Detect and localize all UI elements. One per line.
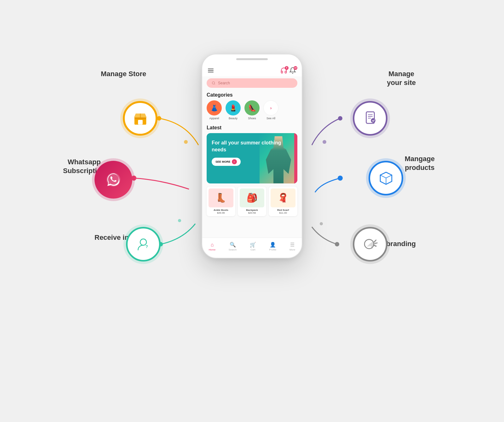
manage-products-icon [377, 169, 395, 187]
category-see-all[interactable]: › See All [263, 100, 278, 120]
shoes-label: Shoes [248, 117, 256, 120]
red-scarf-name: Red Scarf [271, 209, 295, 211]
store-icon [132, 110, 149, 127]
bottom-nav: ⌂ Home 🔍 Search 🛒 Cart 👤 Profile [202, 238, 302, 258]
categories-title: Categories [202, 91, 302, 100]
svg-point-6 [323, 140, 326, 144]
svg-text:?: ? [146, 244, 148, 249]
phone-screen: 5 10 [202, 54, 302, 258]
svg-point-8 [335, 242, 339, 246]
svg-point-0 [157, 116, 161, 121]
label-manage-products: Mangageproducts [405, 155, 435, 172]
beauty-circle: 💄 [226, 100, 241, 115]
search-icon [212, 81, 215, 85]
nav-cart[interactable]: 🛒 Cart [250, 242, 256, 251]
banner-headline: For all your summer clothing needs [212, 139, 292, 154]
red-scarf-price: $11.00 [271, 211, 295, 214]
more-icon: ☰ [290, 242, 295, 248]
apparel-circle: 👗 [207, 100, 222, 115]
label-manage-store: Manage Store [101, 70, 146, 79]
headphone-icon-badge[interactable]: 5 [280, 67, 287, 74]
banner-text: For all your summer clothing needs SEE M… [207, 133, 297, 172]
category-beauty[interactable]: 💄 Beauty [226, 100, 241, 120]
see-all-label: See All [266, 117, 275, 120]
circle-manage-products [369, 161, 403, 195]
circle-manage-store [123, 101, 158, 136]
nav-search-label: Search [229, 248, 237, 251]
svg-line-25 [375, 243, 377, 244]
see-all-circle: › [263, 100, 278, 115]
phone-wrapper: 5 10 [202, 54, 302, 258]
circle-manage-site [353, 101, 387, 136]
svg-rect-11 [138, 120, 143, 125]
main-scene: Manage Store WhatsappSubscription Receiv… [63, 38, 441, 384]
profile-icon: 👤 [270, 242, 276, 248]
nav-profile[interactable]: 👤 Profile [269, 242, 277, 251]
hamburger-menu[interactable] [208, 69, 214, 72]
circle-whatsapp [94, 161, 132, 199]
ankle-boots-name: Ankle Boots [209, 209, 233, 211]
svg-line-24 [374, 240, 376, 242]
whatsapp-icon [104, 170, 123, 189]
search-bar[interactable]: Search [207, 78, 297, 88]
inquiries-icon: ? [135, 236, 151, 252]
nav-home-label: Home [209, 248, 215, 251]
backpack-img: 🎒 [240, 188, 265, 207]
nav-search[interactable]: 🔍 Search [229, 242, 237, 251]
product-red-scarf[interactable]: 🧣 Red Scarf $11.00 [269, 187, 297, 216]
ankle-boots-price: $49.99 [209, 211, 233, 214]
apparel-label: Apparel [209, 117, 219, 120]
svg-point-4 [178, 219, 181, 222]
nav-more[interactable]: ☰ More [289, 242, 295, 251]
bell-icon-badge[interactable]: 10 [289, 67, 296, 74]
circle-inquiries: ? [126, 227, 161, 262]
product-ankle-boots[interactable]: 👢 Ankle Boots $49.99 [207, 187, 235, 216]
svg-point-5 [338, 116, 342, 121]
nav-home[interactable]: ⌂ Home [209, 242, 215, 251]
product-backpack[interactable]: 🎒 Backpack $20.58 [238, 187, 266, 216]
branding-icon [362, 235, 379, 253]
category-apparel[interactable]: 👗 Apparel [207, 100, 222, 120]
phone-notch [236, 58, 268, 60]
home-icon: ⌂ [211, 242, 214, 248]
circle-branding [353, 227, 387, 262]
svg-point-21 [371, 118, 375, 123]
backpack-price: $20.58 [240, 211, 265, 214]
products-row: 👢 Ankle Boots $49.99 🎒 Backpack $20.58 🧣… [202, 187, 302, 216]
beauty-label: Beauty [229, 117, 238, 120]
search-placeholder: Search [218, 81, 230, 85]
nav-search-icon: 🔍 [230, 242, 236, 248]
svg-point-27 [212, 82, 215, 84]
nav-cart-label: Cart [250, 248, 255, 251]
nav-more-label: More [289, 248, 295, 251]
backpack-name: Backpack [240, 209, 265, 211]
shoes-circle: 👠 [244, 100, 260, 115]
nav-profile-label: Profile [269, 248, 277, 251]
see-more-button[interactable]: SEE MORE › [212, 158, 241, 166]
see-more-label: SEE MORE [215, 160, 231, 163]
bell-badge: 10 [294, 66, 297, 70]
svg-point-9 [320, 222, 323, 225]
cart-icon: 🛒 [250, 242, 256, 248]
phone-topbar: 5 10 [202, 54, 302, 76]
headphone-badge: 5 [285, 66, 289, 70]
label-manage-site: Manageyour site [387, 70, 416, 87]
banner[interactable]: For all your summer clothing needs SEE M… [207, 133, 297, 183]
category-shoes[interactable]: 👠 Shoes [244, 100, 260, 120]
svg-rect-12 [135, 118, 146, 119]
red-scarf-img: 🧣 [271, 188, 295, 207]
latest-title: Latest [202, 124, 302, 133]
topbar-icons: 5 10 [280, 67, 296, 74]
ankle-boots-img: 👢 [209, 188, 233, 207]
manage-site-icon [362, 110, 379, 127]
see-more-arrow: › [232, 159, 237, 164]
phone-shell: 5 10 [202, 54, 302, 258]
categories-row: 👗 Apparel 💄 Beauty 👠 Shoes › See All [202, 100, 302, 124]
svg-point-7 [338, 176, 343, 181]
svg-point-1 [184, 140, 188, 144]
